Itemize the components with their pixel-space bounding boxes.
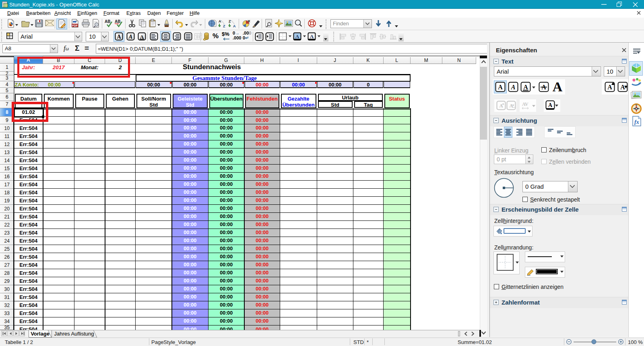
svg-text:Z: Z <box>229 19 231 23</box>
svg-text:N: N <box>636 104 637 106</box>
svg-text:A: A <box>117 34 121 40</box>
svg-text:PDF: PDF <box>72 24 78 27</box>
svg-text:A: A <box>295 33 299 39</box>
svg-text:AV: AV <box>522 101 528 107</box>
svg-text:A: A <box>510 103 513 109</box>
svg-text:A: A <box>523 84 528 91</box>
svg-text:A: A <box>511 84 516 91</box>
svg-text:A: A <box>310 33 314 39</box>
svg-text:A: A <box>128 34 132 40</box>
svg-text:A: A <box>553 80 563 93</box>
svg-text:A: A <box>500 103 503 109</box>
svg-text:A: A <box>219 19 221 23</box>
svg-text:A: A <box>140 34 144 40</box>
svg-text:A: A <box>498 84 503 91</box>
svg-text:AB: AB <box>115 19 120 24</box>
svg-text:A: A <box>233 24 236 28</box>
svg-text:fx: fx <box>634 119 639 125</box>
svg-text:A: A <box>548 102 553 108</box>
svg-text:Z: Z <box>223 24 225 28</box>
svg-text:AB: AB <box>105 19 110 24</box>
